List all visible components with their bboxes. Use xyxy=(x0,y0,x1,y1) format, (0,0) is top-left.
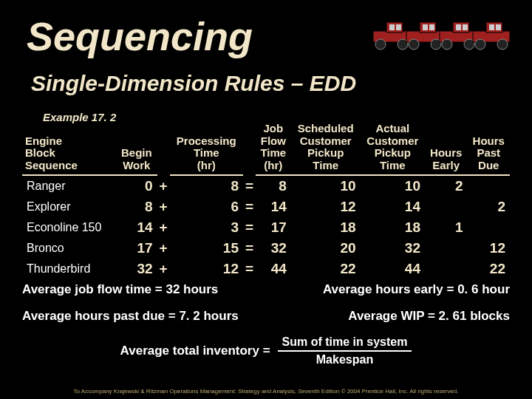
cell-proc: 8 xyxy=(170,175,244,197)
cell-early xyxy=(425,238,467,259)
col-past: Hours Past Due xyxy=(467,122,510,175)
cell-name: Thunderbird xyxy=(22,259,116,279)
svg-point-21 xyxy=(497,39,508,50)
cell-begin: 14 xyxy=(116,217,157,238)
col-proc: Processing Time (hr) xyxy=(170,122,244,175)
avg-hours-past-due: Average hours past due = 7. 2 hours xyxy=(22,309,239,324)
cell-op-plus: + xyxy=(157,175,170,197)
cell-actual: 18 xyxy=(361,217,425,238)
cell-past xyxy=(467,217,510,238)
svg-point-2 xyxy=(375,39,386,50)
col-sched: Scheduled Customer Pickup Time xyxy=(291,122,361,175)
cell-early: 2 xyxy=(425,175,467,197)
table-row: Bronco17+15=32203212 xyxy=(22,238,510,259)
summary-row-1: Average job flow time = 32 hours Average… xyxy=(22,282,510,297)
car-icon xyxy=(466,15,517,52)
cell-begin: 32 xyxy=(116,259,157,279)
cell-proc: 12 xyxy=(170,259,244,279)
cell-actual: 32 xyxy=(361,238,425,259)
fraction-numerator: Sum of time in system xyxy=(278,335,412,352)
footer-text: To Accompany Krajewski & Ritzman Operati… xyxy=(0,388,532,395)
slide-title: Sequencing xyxy=(27,13,253,59)
table-row: Explorer8+6=1412142 xyxy=(22,197,510,217)
svg-rect-23 xyxy=(496,24,501,30)
car-cluster xyxy=(384,15,517,52)
cell-name: Ranger xyxy=(22,175,116,197)
cell-sched: 18 xyxy=(291,217,361,238)
cell-actual: 10 xyxy=(361,175,425,197)
svg-rect-22 xyxy=(489,24,494,30)
inventory-fraction: Sum of time in system Makespan xyxy=(278,335,412,366)
cell-name: Explorer xyxy=(22,197,116,217)
cell-proc: 15 xyxy=(170,238,244,259)
avg-flow-time: Average job flow time = 32 hours xyxy=(22,282,218,297)
avg-wip: Average WIP = 2. 61 blocks xyxy=(348,309,510,324)
cell-sched: 10 xyxy=(291,175,361,197)
svg-rect-4 xyxy=(389,24,395,30)
cell-flow: 17 xyxy=(256,217,291,238)
slide-subtitle: Single-Dimension Rules – EDD xyxy=(31,71,356,96)
cell-past xyxy=(467,175,510,197)
svg-point-8 xyxy=(409,39,419,50)
cell-begin: 0 xyxy=(116,175,157,197)
cell-actual: 44 xyxy=(361,259,425,279)
cell-past: 22 xyxy=(467,259,510,279)
cell-sched: 12 xyxy=(291,197,361,217)
svg-point-20 xyxy=(475,39,485,50)
cell-actual: 14 xyxy=(361,197,425,217)
cell-flow: 8 xyxy=(256,175,291,197)
cell-flow: 44 xyxy=(256,259,291,279)
svg-rect-10 xyxy=(423,24,428,30)
col-flow: Job Flow Time (hr) xyxy=(256,122,291,175)
fraction-denominator: Makespan xyxy=(278,352,412,366)
cell-early xyxy=(425,259,467,279)
cell-proc: 3 xyxy=(170,217,244,238)
cell-begin: 8 xyxy=(116,197,157,217)
cell-op-plus: + xyxy=(157,238,170,259)
avg-hours-early: Average hours early = 0. 6 hour xyxy=(323,282,510,297)
data-table: Engine Block Sequence Begin Work Process… xyxy=(22,122,510,279)
col-begin: Begin Work xyxy=(116,122,157,175)
svg-point-14 xyxy=(442,39,452,50)
cell-name: Econoline 150 xyxy=(22,217,116,238)
cell-early: 1 xyxy=(425,217,467,238)
cell-past: 12 xyxy=(467,238,510,259)
table-row: Econoline 15014+3=1718181 xyxy=(22,217,510,238)
col-actual: Actual Customer Pickup Time xyxy=(361,122,425,175)
cell-proc: 6 xyxy=(170,197,244,217)
cell-op-plus: + xyxy=(157,217,170,238)
col-early: Hours Early xyxy=(425,122,467,175)
cell-early xyxy=(425,197,467,217)
cell-op-eq: = xyxy=(243,238,256,259)
avg-total-inventory-label: Average total inventory = xyxy=(120,344,270,358)
cell-op-plus: + xyxy=(157,259,170,279)
cell-op-eq: = xyxy=(243,175,256,197)
summary-row-2: Average hours past due = 7. 2 hours Aver… xyxy=(22,309,510,324)
cell-op-plus: + xyxy=(157,197,170,217)
cell-flow: 32 xyxy=(256,238,291,259)
cell-begin: 17 xyxy=(116,238,157,259)
table-row: Thunderbird32+12=44224422 xyxy=(22,259,510,279)
cell-past: 2 xyxy=(467,197,510,217)
cell-sched: 20 xyxy=(291,238,361,259)
svg-rect-16 xyxy=(456,24,461,30)
summary-row-3: Average total inventory = Sum of time in… xyxy=(22,335,510,366)
cell-sched: 22 xyxy=(291,259,361,279)
cell-op-eq: = xyxy=(243,197,256,217)
cell-op-eq: = xyxy=(243,217,256,238)
cell-name: Bronco xyxy=(22,238,116,259)
col-name: Engine Block Sequence xyxy=(22,122,116,175)
cell-flow: 14 xyxy=(256,197,291,217)
table-row: Ranger0+8=810102 xyxy=(22,175,510,197)
cell-op-eq: = xyxy=(243,259,256,279)
